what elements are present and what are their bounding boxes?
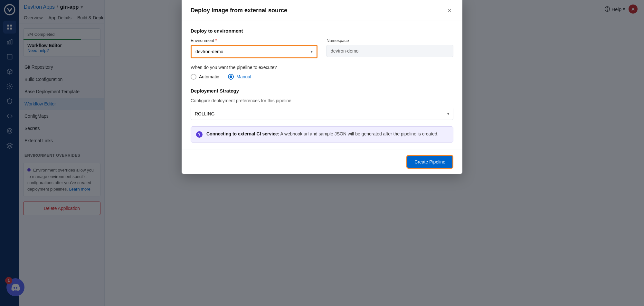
section-deploy-env: Deploy to environment [191,28,453,34]
radio-icon [228,74,234,80]
close-icon [447,8,452,13]
namespace-label: Namespace [327,38,453,43]
environment-select[interactable]: devtron-demo ▾ [191,45,317,58]
namespace-field: devtron-demo [327,45,453,57]
radio-manual[interactable]: Manual [228,74,251,80]
chevron-down-icon: ▾ [311,49,313,54]
execute-question: When do you want the pipeline to execute… [191,65,453,70]
modal-title: Deploy image from external source [191,7,287,14]
deploy-modal: Deploy image from external source Deploy… [182,0,462,174]
external-ci-info: ? Connecting to external CI service: A w… [191,126,453,143]
strategy-sub: Configure deployment preferences for thi… [191,98,453,103]
chevron-down-icon: ▾ [447,112,449,116]
strategy-select[interactable]: ROLLING ▾ [191,108,453,120]
radio-icon [191,74,196,80]
section-strategy: Deployment Strategy [191,88,453,94]
create-pipeline-button[interactable]: Create Pipeline [406,155,453,169]
info-icon: ? [196,131,203,138]
env-label: Environment * [191,38,317,43]
close-button[interactable] [446,6,453,14]
radio-automatic[interactable]: Automatic [191,74,219,80]
